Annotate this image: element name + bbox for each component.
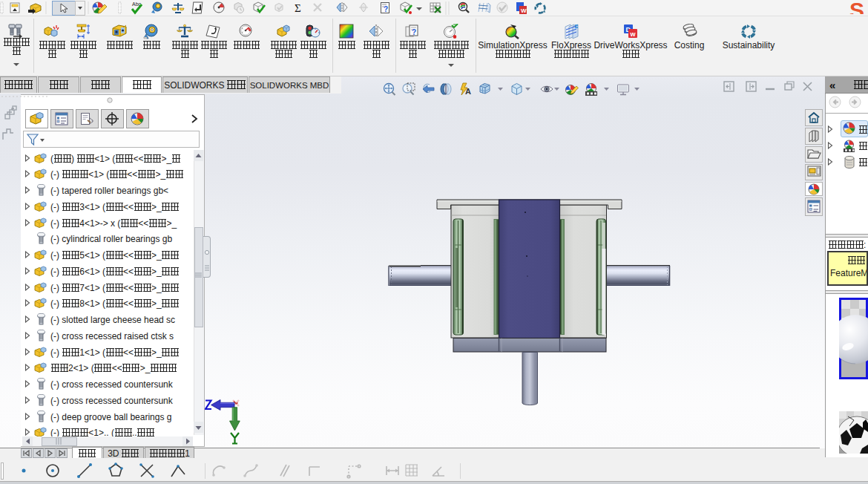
svg-text:W: W <box>521 7 527 14</box>
svg-text:A: A <box>465 87 471 96</box>
svg-text:w: w <box>630 30 637 38</box>
svg-text:?: ? <box>412 28 416 36</box>
svg-text:Σ: Σ <box>295 2 301 14</box>
svg-text:?: ? <box>384 5 388 13</box>
svg-text:S: S <box>849 0 864 14</box>
